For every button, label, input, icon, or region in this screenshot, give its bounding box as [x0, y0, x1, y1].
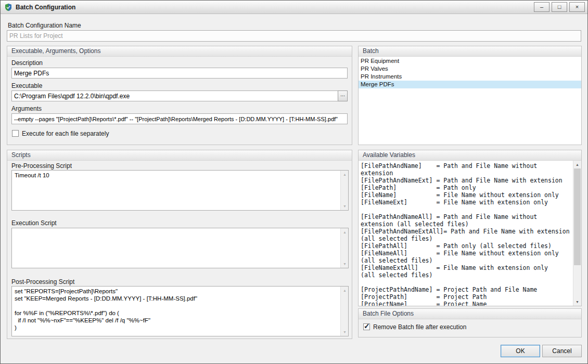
batch-group-title: Batch	[359, 46, 581, 57]
window-controls: – □ ×	[534, 2, 585, 12]
available-variables-title: Available Variables	[359, 150, 581, 161]
available-variables-group: Available Variables [FilePathAndName] = …	[358, 150, 582, 306]
app-icon	[4, 3, 12, 11]
scroll-down-icon[interactable]: ▼	[341, 260, 349, 268]
scroll-down-icon[interactable]: ▼	[341, 328, 349, 336]
variables-scrollbar[interactable]: ▲ ▼	[573, 161, 581, 306]
close-button[interactable]: ×	[569, 2, 585, 12]
batch-group: Batch PR Equipment PR Valves PR Instrume…	[358, 46, 582, 145]
remove-batch-file-label: Remove Batch file after execution	[373, 323, 466, 331]
executable-label: Executable	[11, 82, 42, 89]
cancel-button[interactable]: Cancel	[542, 345, 582, 357]
minimize-button[interactable]: –	[534, 2, 549, 12]
browse-executable-button[interactable]: ...	[338, 90, 348, 101]
ok-button[interactable]: OK	[501, 345, 540, 357]
execute-each-file-checkbox[interactable]	[12, 130, 19, 137]
scroll-up-icon[interactable]: ▲	[341, 171, 349, 178]
description-input[interactable]	[11, 68, 348, 79]
maximize-button[interactable]: □	[552, 2, 567, 12]
execute-each-file-label: Execute for each file separately	[22, 130, 109, 137]
executable-path-input[interactable]	[11, 90, 338, 101]
scroll-up-icon[interactable]: ▲	[341, 287, 349, 294]
batch-list-item[interactable]: PR Instruments	[359, 73, 581, 81]
available-variables-panel: [FilePathAndName] = Path and File Name w…	[359, 161, 581, 306]
pre-processing-script-label: Pre-Processing Script	[11, 162, 72, 170]
post-processing-script-textarea[interactable]: set "REPORTS=[ProjectPath]\Reports" set …	[11, 286, 349, 336]
description-label: Description	[11, 59, 43, 67]
post-script-scrollbar[interactable]: ▲ ▼	[340, 287, 348, 336]
post-processing-script-label: Post-Processing Script	[11, 278, 74, 285]
batch-file-options-title: Batch File Options	[359, 309, 581, 319]
batch-file-options-group: Batch File Options Remove Batch file aft…	[358, 308, 582, 337]
title-bar[interactable]: Batch Configuration – □ ×	[1, 1, 587, 14]
scripts-group: Scripts Pre-Processing Script Timeout /t…	[7, 150, 352, 339]
scroll-down-icon[interactable]: ▼	[573, 298, 581, 306]
execution-script-textarea[interactable]	[11, 228, 349, 268]
batch-list[interactable]: PR Equipment PR Valves PR Instruments Me…	[359, 57, 581, 145]
window-title: Batch Configuration	[16, 4, 75, 11]
arguments-label: Arguments	[11, 105, 42, 112]
scroll-down-icon[interactable]: ▼	[341, 202, 349, 210]
batch-configuration-dialog: Batch Configuration – □ × Batch Configur…	[0, 0, 588, 364]
batch-configuration-name-input[interactable]	[7, 30, 581, 42]
scroll-up-icon[interactable]: ▲	[341, 228, 349, 236]
scripts-group-title: Scripts	[7, 150, 352, 161]
execution-script-label: Execution Script	[11, 219, 57, 227]
scrollbar-thumb[interactable]	[574, 168, 581, 265]
execution-script-scrollbar[interactable]: ▲ ▼	[340, 228, 348, 268]
executable-group: Executable, Arguments, Options Descripti…	[7, 46, 352, 145]
pre-processing-script-textarea[interactable]: Timeout /t 10	[11, 170, 349, 211]
arguments-input[interactable]	[11, 113, 348, 124]
batch-list-item-selected[interactable]: Merge PDFs	[359, 81, 581, 88]
remove-batch-file-checkbox[interactable]	[363, 323, 370, 330]
available-variables-text: [FilePathAndName] = Path and File Name w…	[359, 161, 573, 306]
batch-list-item[interactable]: PR Valves	[359, 65, 581, 73]
executable-group-title: Executable, Arguments, Options	[7, 46, 352, 57]
scroll-up-icon[interactable]: ▲	[573, 161, 581, 168]
pre-script-scrollbar[interactable]: ▲ ▼	[340, 171, 348, 210]
batch-configuration-name-label: Batch Configuration Name	[8, 22, 81, 29]
batch-list-item[interactable]: PR Equipment	[359, 57, 581, 65]
